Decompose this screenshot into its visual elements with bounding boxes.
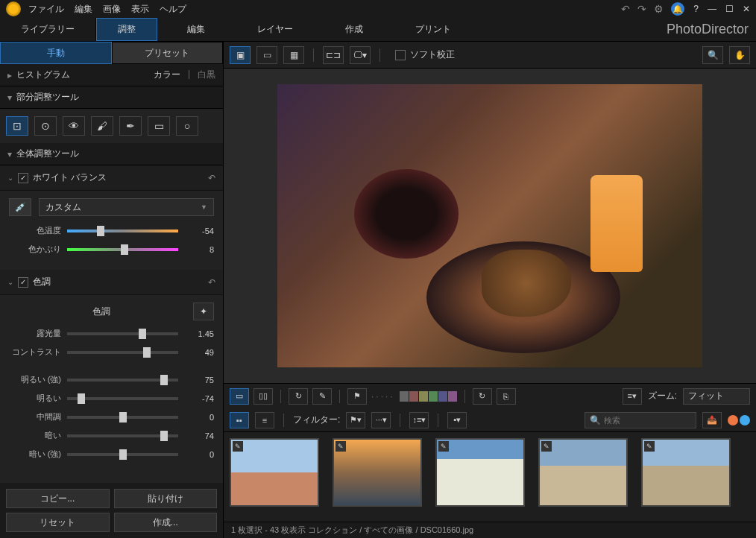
create-button[interactable]: 作成... [114, 513, 218, 532]
export-queue-button[interactable]: 📤 [702, 412, 722, 428]
subtab-manual[interactable]: 手動 [0, 42, 112, 64]
shadows-slider[interactable] [67, 434, 178, 437]
view-mode-2[interactable]: ▯▯ [253, 388, 273, 405]
compare-view-button[interactable]: ▭ [256, 46, 277, 64]
edit-button[interactable]: ✎ [312, 388, 332, 405]
search-box[interactable]: 🔍 ✕ [585, 412, 696, 428]
gradient-tool[interactable]: ▭ [148, 116, 170, 136]
brush-tool[interactable]: 🖌 [91, 116, 113, 136]
edit-badge-icon: ✎ [336, 441, 346, 452]
chevron-down-icon: ⌄ [7, 174, 13, 182]
menu-file[interactable]: ファイル [28, 3, 64, 16]
highlights-slider[interactable] [67, 397, 178, 400]
thumbnail[interactable]: ✎ [230, 438, 319, 507]
thumbnail[interactable]: ✎ [435, 438, 525, 507]
undo-icon[interactable]: ↶ [208, 277, 215, 288]
thumbnail[interactable]: ✎ [333, 438, 422, 507]
pen-tool[interactable]: ✒ [119, 116, 142, 136]
filter-sort[interactable]: ↕≡▾ [409, 412, 429, 428]
rating-dots[interactable]: ····· [371, 391, 395, 402]
single-view-button[interactable]: ▣ [230, 46, 251, 64]
notification-icon[interactable]: 🔔 [671, 2, 684, 16]
chevron-right-icon: ▸ [7, 70, 12, 80]
subtab-preset[interactable]: プリセット [112, 42, 224, 64]
tab-create[interactable]: 作成 [345, 23, 363, 36]
tab-layer[interactable]: レイヤー [257, 23, 293, 36]
pan-tool[interactable]: ✋ [729, 46, 750, 64]
spot-tool[interactable]: ⊙ [34, 116, 57, 136]
histogram-bw[interactable]: 白黒 [198, 69, 215, 81]
zoom-combo[interactable]: フィット [683, 388, 750, 405]
filter-rating[interactable]: ···▾ [371, 412, 391, 428]
share-dots[interactable] [728, 415, 750, 425]
redeye-tool[interactable]: 👁 [63, 116, 85, 136]
midtones-slider[interactable] [67, 416, 178, 419]
copy-button[interactable]: コピー... [6, 489, 110, 508]
zoom-tool[interactable]: 🔍 [702, 46, 723, 64]
exposure-slider[interactable] [67, 332, 178, 335]
module-library[interactable]: ライブラリー [0, 18, 96, 41]
tint-slider[interactable] [67, 248, 178, 251]
softproof-checkbox[interactable] [395, 50, 406, 60]
close-button[interactable]: ✕ [743, 4, 750, 14]
histogram-color[interactable]: カラー [154, 69, 180, 81]
search-icon: 🔍 [590, 415, 601, 425]
monitor-button[interactable]: 🖵▾ [350, 46, 371, 64]
menu-help[interactable]: ヘルプ [160, 3, 186, 16]
shadows-strong-slider[interactable] [67, 453, 178, 456]
edit-badge-icon: ✎ [644, 441, 655, 452]
filmstrip[interactable]: ✎ ✎ ✎ ✎ ✎ [224, 432, 756, 522]
undo-icon[interactable]: ↶ [621, 3, 630, 15]
refresh-button[interactable]: ↻ [473, 388, 492, 405]
module-adjustment[interactable]: 調整 [96, 18, 157, 41]
white-balance-header[interactable]: ⌄ ✓ ホワイト バランス ↶ [0, 165, 223, 191]
rotate-button[interactable]: ↻ [289, 388, 308, 405]
export-button[interactable]: ⎘ [497, 388, 516, 405]
wb-preset-combo[interactable]: カスタム [39, 198, 214, 216]
regional-tools-header[interactable]: ▾ 部分調整ツール [0, 86, 223, 109]
temperature-slider[interactable] [67, 230, 178, 232]
thumb-size-1[interactable]: ▪▪ [230, 412, 249, 428]
thumbnail[interactable]: ✎ [641, 438, 731, 507]
grid-view-button[interactable]: ▦ [283, 46, 304, 64]
brand-label: PhotoDirector [667, 22, 749, 37]
undo-icon[interactable]: ↶ [208, 173, 215, 183]
tone-header[interactable]: ⌄ ✓ 色調 ↶ [0, 270, 223, 295]
tab-print[interactable]: プリント [415, 23, 451, 36]
paste-button[interactable]: 貼り付け [114, 489, 218, 508]
menu-view[interactable]: 表示 [131, 3, 149, 16]
crop-tool[interactable]: ⊡ [6, 116, 28, 136]
menu-edit[interactable]: 編集 [75, 3, 92, 16]
view-mode-1[interactable]: ▭ [230, 388, 249, 405]
thumb-size-2[interactable]: ≡ [255, 412, 274, 428]
edit-badge-icon: ✎ [541, 441, 552, 452]
help-button[interactable]: ? [693, 4, 699, 14]
reset-button[interactable]: リセット [6, 513, 110, 532]
contrast-slider[interactable] [67, 351, 178, 354]
color-labels[interactable] [400, 391, 457, 402]
minimize-button[interactable]: — [708, 4, 716, 14]
screen-button[interactable]: ⊏⊐ [323, 46, 344, 64]
maximize-button[interactable]: ☐ [725, 4, 734, 14]
flag-button[interactable]: ⚑ [347, 388, 367, 405]
menu-image[interactable]: 画像 [103, 3, 121, 16]
search-input[interactable] [604, 416, 707, 425]
preview-area[interactable] [224, 69, 756, 383]
app-logo [6, 1, 21, 16]
highlights-strong-slider[interactable] [67, 379, 178, 382]
histogram-header[interactable]: ▸ ヒストグラム カラー | 白黒 [0, 64, 223, 86]
global-tools-header[interactable]: ▾ 全体調整ツール [0, 143, 223, 165]
sort-button[interactable]: ≡▾ [623, 388, 642, 405]
filter-flag[interactable]: ⚑▾ [346, 412, 365, 428]
eyedropper-tool[interactable]: 💉 [9, 198, 31, 216]
radial-tool[interactable]: ○ [176, 116, 198, 136]
auto-tone-button[interactable]: ✦ [193, 303, 214, 320]
thumbnail[interactable]: ✎ [538, 438, 628, 507]
gear-icon[interactable]: ⚙ [654, 3, 664, 15]
wb-checkbox[interactable]: ✓ [18, 173, 28, 183]
tab-edit[interactable]: 編集 [187, 23, 205, 36]
filter-color[interactable]: ▪▾ [447, 412, 467, 428]
redo-icon[interactable]: ↷ [637, 3, 646, 15]
edit-badge-icon: ✎ [233, 441, 243, 452]
tone-checkbox[interactable]: ✓ [18, 277, 28, 288]
